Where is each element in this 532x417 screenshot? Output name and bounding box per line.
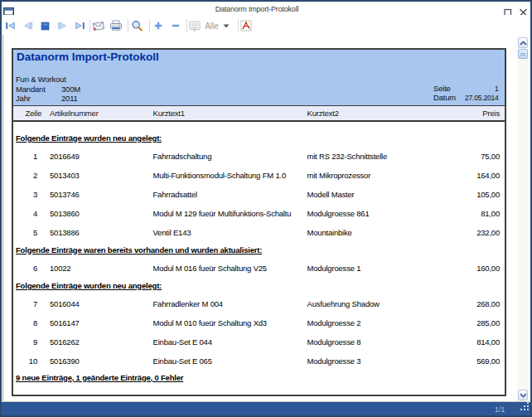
info-value-jahr: 2011 <box>61 94 78 103</box>
table-cell: Modul M 010 fueür Schaltung Xd3 <box>153 318 267 327</box>
table-cell: Modul M 016 fueür Schaltung V25 <box>153 264 267 273</box>
table-row: 610022Modul M 016 fueür Schaltung V25Mod… <box>13 264 505 274</box>
table-row: 85016147Modul M 010 fueür Schaltung Xd3M… <box>13 318 505 328</box>
table-cell: 5013746 <box>50 190 80 199</box>
table-cell: 10022 <box>50 264 70 273</box>
table-cell: 1 <box>13 152 37 161</box>
last-page-button[interactable] <box>74 17 86 35</box>
window-title: Datanorm Import-Protokoll <box>0 5 514 13</box>
zoom-dropdown-arrow[interactable] <box>222 17 230 35</box>
section-heading-text: Folgende Einträge waren bereits vorhande… <box>16 245 262 255</box>
info-label-jahr: Jahr <box>16 94 31 103</box>
table-cell: 81,00 <box>481 209 500 218</box>
column-header-kurztext1: Kurztext1 <box>153 109 185 118</box>
table-cell: mit RS 232-Schnittstelle <box>307 152 388 161</box>
table-row: 105016390Einbau-Set E 065Modulgroesse 35… <box>13 356 505 366</box>
next-page-button[interactable] <box>56 17 69 35</box>
table-row: 35013746FahrradsattelModell Master105,00 <box>13 190 505 200</box>
maximize-button[interactable] <box>504 5 512 13</box>
table-cell: 5016262 <box>50 337 80 347</box>
table-cell: 5016147 <box>50 318 80 327</box>
table-cell: 5 <box>13 228 37 237</box>
preview-window: Datanorm Import-Protokoll <box>0 0 532 417</box>
first-page-button[interactable] <box>4 17 17 35</box>
table-cell: 6 <box>13 264 37 273</box>
stop-button[interactable] <box>39 17 51 35</box>
table-row: 12016649Fahrradschaltungmit RS 232-Schni… <box>13 152 505 162</box>
report-title: Datanorm Import-Protokoll <box>17 51 159 63</box>
toolbar-separator <box>186 19 187 32</box>
table-cell: Modulgroesse 1 <box>307 264 361 273</box>
preview-area: Datanorm Import-Protokoll Fun & Workout … <box>0 34 532 402</box>
preview-left-border <box>2 35 3 401</box>
table-cell: 2 <box>13 171 37 180</box>
table-cell: Ausfuehrung Shadow <box>307 299 380 308</box>
previous-page-button[interactable] <box>22 17 34 35</box>
send-mail-button[interactable] <box>92 17 106 35</box>
table-cell: Einbau-Set E 044 <box>153 337 212 347</box>
table-cell: 9 <box>13 337 37 347</box>
meta-value-seite: 1 <box>495 85 499 93</box>
page-indicator: 1/1 <box>488 405 511 414</box>
table-row: 55013886Ventil E143Mountainbike232,00 <box>13 228 505 238</box>
summary-line: 9 neue Einträge, 1 geänderte Einträge, 0… <box>13 373 505 383</box>
meta-label-seite: Seite <box>433 84 451 93</box>
summary-text: 9 neue Einträge, 1 geänderte Einträge, 0… <box>16 373 183 382</box>
table-cell: 5013860 <box>50 209 80 218</box>
table-cell: Fahrradsattel <box>153 190 197 199</box>
table-cell: Modell Master <box>307 190 355 199</box>
report-header-block: Datanorm Import-Protokoll Fun & Workout … <box>13 50 505 106</box>
zoom-out-button[interactable] <box>170 17 181 35</box>
section-heading: Folgende Einträge wurden neu angelegt: <box>13 281 505 291</box>
table-cell: 160,00 <box>476 264 500 273</box>
column-header-zeile: Zeile <box>13 109 41 118</box>
table-cell: 3 <box>13 190 37 199</box>
toolbar-separator <box>149 19 150 32</box>
scrollbar-thumb[interactable] <box>518 49 528 59</box>
table-cell: 814,00 <box>476 337 500 347</box>
section-heading-text: Folgende Einträge wurden neu angelegt: <box>16 281 162 290</box>
table-cell: 10 <box>13 356 37 366</box>
report-page: Datanorm Import-Protokoll Fun & Workout … <box>12 48 506 396</box>
print-button[interactable] <box>109 17 123 35</box>
table-cell: Ventil E143 <box>153 228 191 237</box>
column-header-artikelnummer: Artikelnummer <box>50 109 99 118</box>
table-row: 45013860Modul M 129 fueür Multifunktions… <box>13 209 505 219</box>
column-header-kurztext2: Kurztext2 <box>307 109 339 118</box>
table-cell: Fahrradschaltung <box>153 152 212 161</box>
meta-label-datum: Datum <box>433 93 456 102</box>
table-cell: 2016649 <box>50 152 80 161</box>
table-cell: 569,00 <box>476 356 500 366</box>
table-cell: 164,00 <box>476 171 500 180</box>
table-cell: Modulgroesse 3 <box>307 356 361 366</box>
section-heading: Folgende Einträge waren bereits vorhande… <box>13 245 505 255</box>
section-heading-text: Folgende Einträge wurden neu angelegt: <box>16 133 162 143</box>
table-cell: 232,00 <box>476 228 500 237</box>
pdf-export-button[interactable] <box>240 17 253 35</box>
resize-grip[interactable] <box>520 400 530 415</box>
table-cell: 105,00 <box>476 190 500 199</box>
table-row: 95016262Einbau-Set E 044Modulgroesse 881… <box>13 337 505 347</box>
table-cell: 7 <box>13 299 37 308</box>
zoom-in-button[interactable] <box>152 17 164 35</box>
table-cell: 4 <box>13 209 37 218</box>
column-header-row: Zeile Artikelnummer Kurztext1 Kurztext2 … <box>13 105 505 122</box>
table-cell: Modulgroesse 8 <box>307 337 361 347</box>
scroll-down-button[interactable] <box>518 390 528 400</box>
scroll-up-button[interactable] <box>518 37 528 48</box>
table-cell: Modul M 129 fueür Multifunktions-Schaltu <box>153 209 292 218</box>
zoom-level-value[interactable]: Alle <box>203 17 220 35</box>
close-button[interactable] <box>519 5 529 13</box>
toolbar-separator <box>128 19 128 32</box>
report-company: Fun & Workout <box>16 75 66 84</box>
meta-value-datum: 27.05.2014 <box>465 94 499 102</box>
scrollbar-grip <box>520 53 525 54</box>
table-cell: 8 <box>13 318 37 327</box>
vertical-scrollbar[interactable] <box>517 36 529 401</box>
table-cell: 5016390 <box>50 356 80 366</box>
toolbar-separator <box>238 19 239 32</box>
table-cell: Einbau-Set E 065 <box>153 356 212 366</box>
zoom-button[interactable] <box>130 17 143 35</box>
toolbar-separator <box>89 19 90 32</box>
toolbar: Alle <box>0 15 529 34</box>
